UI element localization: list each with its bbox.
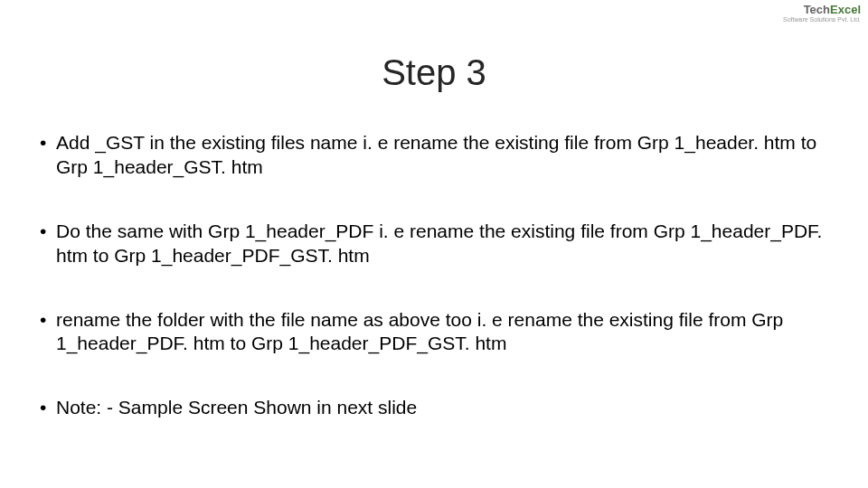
brand-logo: TechExcel Software Solutions Pvt. Ltd. bbox=[783, 4, 861, 23]
brand-logo-main: TechExcel bbox=[783, 4, 861, 16]
list-item: Add _GST in the existing files name i. e… bbox=[40, 131, 828, 180]
slide-title: Step 3 bbox=[0, 52, 868, 93]
bullet-list: Add _GST in the existing files name i. e… bbox=[40, 131, 828, 420]
brand-part2: Excel bbox=[830, 3, 861, 16]
brand-part1: Tech bbox=[804, 3, 830, 16]
slide-content: Add _GST in the existing files name i. e… bbox=[0, 131, 868, 420]
list-item: Do the same with Grp 1_header_PDF i. e r… bbox=[40, 220, 828, 268]
list-item: rename the folder with the file name as … bbox=[40, 308, 828, 357]
brand-tagline: Software Solutions Pvt. Ltd. bbox=[783, 16, 861, 23]
list-item: Note: - Sample Screen Shown in next slid… bbox=[40, 396, 828, 420]
